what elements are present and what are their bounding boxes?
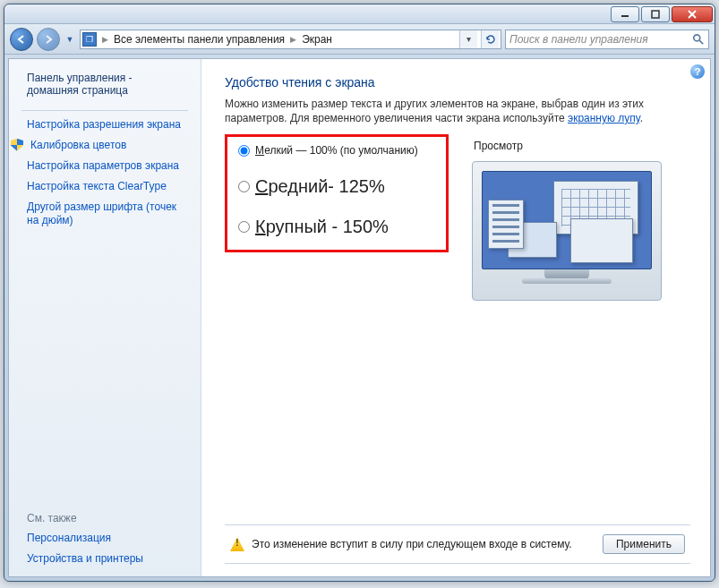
dpi-options: Мелкий — 100% (по умолчанию)Средний- 125… [225,134,449,252]
description: Можно изменить размер текста и других эл… [225,97,690,125]
svg-rect-1 [652,11,659,18]
dpi-option[interactable]: Мелкий — 100% (по умолчанию) [238,144,430,157]
dpi-radio[interactable] [238,181,250,192]
sidebar-link-label: Настройка разрешения экрана [27,118,181,132]
main-content: Удобство чтения с экрана Можно изменить … [201,59,710,576]
search-placeholder: Поиск в панели управления [509,33,689,46]
client-area: ? Панель управления - домашняя страница … [8,58,711,577]
shield-icon [11,139,23,151]
warning-icon [230,537,244,551]
dpi-option[interactable]: Средний- 125% [238,176,430,197]
sidebar-link-label: Настройка параметров экрана [27,159,179,173]
maximize-button[interactable] [641,6,670,22]
minimize-button[interactable] [611,6,639,22]
control-panel-icon: ❐ [82,32,97,47]
back-button[interactable] [10,28,33,51]
address-bar[interactable]: ❐ ▶ Все элементы панели управления ▶ Экр… [80,30,501,49]
close-button[interactable] [672,6,713,22]
sidebar-home-link[interactable]: Панель управления - домашняя страница [9,70,201,107]
dpi-radio[interactable] [238,221,250,233]
preview-monitor [472,161,662,301]
svg-point-4 [694,34,700,40]
sidebar-link[interactable]: Настройка параметров экрана [9,156,201,176]
dpi-option[interactable]: Крупный - 150% [238,217,430,237]
see-also-link[interactable]: Персонализация [9,528,201,549]
sidebar-link[interactable]: Калибровка цветов [9,135,201,156]
preview-title: Просмотр [474,140,662,152]
svg-line-5 [699,39,703,43]
sidebar-link-label: Настройка текста ClearType [27,180,167,193]
sidebar: Панель управления - домашняя страница На… [9,59,201,576]
dpi-option-label: Мелкий — 100% (по умолчанию) [255,144,418,157]
notice-text: Это изменение вступит в силу при следующ… [252,538,572,550]
dpi-option-label: Средний- 125% [255,176,385,197]
sidebar-link-label: Калибровка цветов [30,139,126,152]
address-dropdown[interactable]: ▾ [459,30,477,48]
see-also-link[interactable]: Устройства и принтеры [9,549,201,569]
breadcrumb-root[interactable]: Все элементы панели управления [114,33,285,46]
sidebar-link[interactable]: Настройка разрешения экрана [9,115,201,135]
see-also-title: См. также [9,508,201,528]
magnifier-link[interactable]: экранную лупу [568,112,640,124]
notice-bar: Это изменение вступит в силу при следующ… [225,524,690,564]
refresh-button[interactable] [481,30,499,48]
preview-panel: Просмотр [472,134,662,301]
dpi-radio[interactable] [238,145,250,157]
titlebar [4,4,715,24]
navbar: ▼ ❐ ▶ Все элементы панели управления ▶ Э… [4,24,715,55]
forward-button[interactable] [37,28,60,51]
divider [21,110,188,111]
sidebar-link[interactable]: Другой размер шрифта (точек на дюйм) [9,197,201,231]
sidebar-link[interactable]: Настройка текста ClearType [9,176,201,197]
control-panel-window: ▼ ❐ ▶ Все элементы панели управления ▶ Э… [4,4,715,582]
page-title: Удобство чтения с экрана [225,75,690,89]
apply-button[interactable]: Применить [603,534,685,554]
sidebar-link-label: Другой размер шрифта (точек на дюйм) [27,200,188,227]
dpi-option-label: Крупный - 150% [255,217,389,237]
search-box[interactable]: Поиск в панели управления [505,30,709,49]
breadcrumb-sep-icon: ▶ [100,35,110,44]
history-dropdown[interactable]: ▼ [64,28,76,51]
search-icon [692,33,705,46]
breadcrumb-sep-icon: ▶ [288,35,298,44]
breadcrumb-current[interactable]: Экран [302,33,332,46]
